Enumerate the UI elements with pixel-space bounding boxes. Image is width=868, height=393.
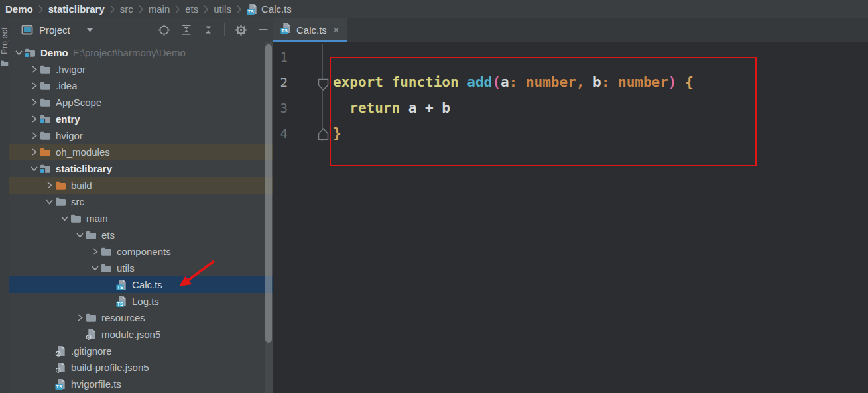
tree-item-entry[interactable]: entry bbox=[9, 111, 273, 127]
toolbar-divider bbox=[224, 23, 225, 36]
code-token: ) bbox=[668, 74, 677, 90]
chevron-down-icon[interactable] bbox=[74, 230, 86, 240]
breadcrumb-item-demo[interactable]: Demo bbox=[5, 3, 33, 15]
folder-icon bbox=[101, 247, 115, 256]
tree-item-label: .hvigor bbox=[56, 64, 86, 75]
ts-file-icon: TS bbox=[116, 279, 130, 291]
folder-icon bbox=[40, 64, 54, 74]
breadcrumb-chevron-icon bbox=[174, 5, 180, 14]
tree-item-build[interactable]: build bbox=[9, 177, 273, 194]
tree-item-oh-modules[interactable]: oh_modules bbox=[9, 144, 273, 160]
folder-icon bbox=[40, 131, 54, 140]
project-tool-icon bbox=[21, 24, 33, 36]
project-path: E:\project\harmony\Demo bbox=[73, 47, 186, 58]
tree-item--gitignore[interactable]: .gitignore bbox=[9, 343, 273, 359]
code-area[interactable]: export function add(a: number, b: number… bbox=[333, 44, 694, 146]
tree-item--hvigor[interactable]: .hvigor bbox=[9, 61, 273, 78]
close-icon[interactable]: × bbox=[333, 25, 340, 36]
project-stripe-button[interactable]: Project bbox=[0, 27, 9, 107]
chevron-right-icon[interactable] bbox=[29, 81, 40, 91]
tree-item-resources[interactable]: resources bbox=[9, 309, 273, 326]
breadcrumb-item-calc-ts[interactable]: TSCalc.ts bbox=[247, 3, 292, 15]
code-token: } bbox=[333, 125, 341, 141]
breadcrumb-item-main[interactable]: main bbox=[149, 3, 170, 15]
chevron-right-icon[interactable] bbox=[90, 247, 101, 256]
breadcrumb-item-ets[interactable]: ets bbox=[185, 3, 198, 15]
chevron-down-icon[interactable] bbox=[59, 213, 70, 223]
expand-all-icon[interactable] bbox=[180, 24, 192, 36]
tree-item-label: AppScope bbox=[56, 97, 101, 108]
tree-item-label: .gitignore bbox=[71, 345, 112, 357]
tree-item-hvigorfile-ts[interactable]: TShvigorfile.ts bbox=[9, 376, 273, 392]
tree-item--idea[interactable]: .idea bbox=[9, 78, 273, 94]
tree-item-components[interactable]: components bbox=[9, 243, 273, 260]
module-folder-icon bbox=[25, 48, 38, 58]
tree-item-label: oh_modules bbox=[56, 146, 110, 158]
tree-item-label: src bbox=[71, 196, 84, 207]
chevron-right-icon[interactable] bbox=[44, 180, 55, 190]
fold-region-start-icon[interactable] bbox=[317, 77, 330, 92]
scrollbar-thumb[interactable] bbox=[265, 44, 272, 343]
tree-item-main[interactable]: main bbox=[9, 210, 273, 227]
tree-item-label: main bbox=[86, 213, 108, 224]
code-token bbox=[677, 74, 686, 90]
project-stripe-label: Project bbox=[0, 27, 9, 54]
chevron-down-icon[interactable] bbox=[86, 28, 93, 32]
tree-item-log-ts[interactable]: TSLog.ts bbox=[9, 293, 273, 309]
breadcrumb-chevron-icon bbox=[138, 5, 144, 14]
code-token: export bbox=[333, 74, 383, 90]
chevron-right-icon[interactable] bbox=[29, 131, 40, 140]
tree-item-label: staticlibrary bbox=[56, 163, 112, 174]
breadcrumb-item-src[interactable]: src bbox=[120, 3, 133, 15]
ts-file-icon: TS bbox=[55, 378, 69, 390]
breadcrumb-chevron-icon bbox=[109, 5, 115, 14]
project-tree: DemoE:\project\harmony\Demo .hvigor .ide… bbox=[9, 42, 273, 393]
tree-item-calc-ts[interactable]: TSCalc.ts bbox=[9, 276, 273, 293]
git-file-icon bbox=[55, 345, 69, 357]
chevron-down-icon[interactable] bbox=[13, 48, 25, 58]
code-token: number bbox=[526, 74, 576, 90]
scrollbar-track[interactable] bbox=[265, 42, 273, 393]
locate-icon[interactable] bbox=[158, 24, 170, 36]
chevron-right-icon[interactable] bbox=[29, 147, 40, 157]
line-number: 3 bbox=[273, 95, 288, 121]
code-token: ( bbox=[492, 74, 501, 90]
code-line: export function add(a: number, b: number… bbox=[333, 70, 694, 95]
tree-item-module-json5[interactable]: module.json5 bbox=[9, 326, 273, 343]
tree-item-staticlibrary[interactable]: staticlibrary bbox=[9, 160, 273, 177]
folder-icon bbox=[55, 197, 69, 207]
chevron-right-icon[interactable] bbox=[29, 114, 40, 124]
chevron-right-icon[interactable] bbox=[29, 97, 40, 107]
tree-item-appscope[interactable]: AppScope bbox=[9, 94, 273, 111]
tree-item-ets[interactable]: ets bbox=[9, 227, 273, 243]
code-token: return bbox=[349, 100, 400, 116]
code-editor[interactable]: 1234 export function add(a: number, b: n… bbox=[273, 42, 868, 393]
chevron-right-icon[interactable] bbox=[74, 313, 86, 323]
code-token: number bbox=[618, 74, 668, 90]
breadcrumb-item-utils[interactable]: utils bbox=[214, 3, 231, 15]
chevron-down-icon[interactable] bbox=[29, 164, 40, 174]
json-file-icon bbox=[55, 362, 69, 374]
hide-icon[interactable] bbox=[257, 24, 269, 36]
code-token: a bbox=[501, 74, 509, 90]
collapse-all-icon[interactable] bbox=[202, 24, 214, 36]
tree-item-utils[interactable]: utils bbox=[9, 260, 273, 276]
module-folder-icon bbox=[40, 164, 54, 174]
breadcrumb-item-staticlibrary[interactable]: staticlibrary bbox=[48, 3, 105, 15]
tree-item-label: Log.ts bbox=[132, 296, 159, 307]
breadcrumb-bar: Demostaticlibrarysrcmainetsutils TSCalc.… bbox=[0, 0, 868, 19]
project-panel-title[interactable]: Project bbox=[39, 25, 70, 36]
chevron-down-icon[interactable] bbox=[44, 197, 55, 207]
tree-item-hvigor[interactable]: hvigor bbox=[9, 127, 273, 144]
tab-calc-ts[interactable]: TS Calc.ts × bbox=[273, 18, 347, 42]
settings-icon[interactable] bbox=[235, 24, 247, 36]
code-token: : bbox=[601, 74, 618, 90]
tree-item-src[interactable]: src bbox=[9, 194, 273, 210]
ts-file-icon: TS bbox=[116, 296, 130, 308]
fold-region-end-icon[interactable] bbox=[317, 127, 330, 142]
chevron-down-icon[interactable] bbox=[90, 263, 101, 273]
chevron-right-icon[interactable] bbox=[29, 64, 40, 74]
tree-item-build-profile-json5[interactable]: build-profile.json5 bbox=[9, 359, 273, 376]
svg-text:TS: TS bbox=[117, 285, 123, 290]
tree-item-demo[interactable]: DemoE:\project\harmony\Demo bbox=[9, 44, 273, 61]
